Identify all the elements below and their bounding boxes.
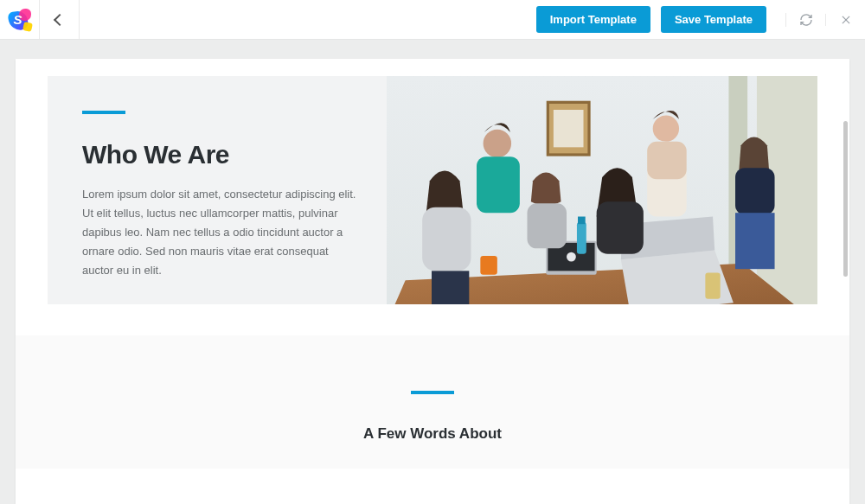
svg-point-25 xyxy=(652,116,678,142)
close-icon xyxy=(840,14,852,26)
import-template-button[interactable]: Import Template xyxy=(536,6,650,33)
refresh-button[interactable] xyxy=(785,13,825,27)
team-photo xyxy=(387,76,817,304)
few-words-title: A Few Words About xyxy=(16,425,849,443)
svg-rect-19 xyxy=(422,207,471,271)
accent-bar xyxy=(411,391,454,394)
who-we-are-title: Who We Are xyxy=(82,140,359,169)
svg-rect-17 xyxy=(477,156,520,213)
accent-bar xyxy=(82,111,125,114)
top-toolbar: S Import Template Save Template xyxy=(0,0,865,40)
svg-rect-27 xyxy=(647,142,687,179)
editor-canvas[interactable]: Who We Are Lorem ipsum dolor sit amet, c… xyxy=(16,59,849,504)
scrollbar-thumb[interactable] xyxy=(843,121,848,277)
save-template-button[interactable]: Save Template xyxy=(661,6,766,33)
logo-icon: S xyxy=(9,9,31,31)
back-button[interactable] xyxy=(40,0,80,39)
svg-point-16 xyxy=(483,130,511,158)
who-we-are-text: Who We Are Lorem ipsum dolor sit amet, c… xyxy=(48,76,387,304)
svg-rect-20 xyxy=(432,271,469,304)
chevron-left-icon xyxy=(53,13,65,25)
svg-rect-15 xyxy=(480,256,497,275)
close-button[interactable] xyxy=(825,14,865,26)
app-logo[interactable]: S xyxy=(0,0,40,39)
svg-rect-24 xyxy=(596,201,643,254)
svg-rect-31 xyxy=(705,273,720,299)
who-we-are-body: Lorem ipsum dolor sit amet, consectetur … xyxy=(82,185,359,280)
editor-canvas-wrap: Who We Are Lorem ipsum dolor sit amet, c… xyxy=(0,40,865,504)
svg-rect-29 xyxy=(735,168,775,214)
who-we-are-image[interactable] xyxy=(387,76,817,304)
svg-point-12 xyxy=(567,252,576,262)
svg-rect-22 xyxy=(527,203,567,248)
toolbar-actions: Import Template Save Template xyxy=(536,0,865,39)
svg-rect-14 xyxy=(578,217,586,225)
svg-rect-13 xyxy=(577,222,586,254)
svg-rect-30 xyxy=(735,213,775,269)
who-we-are-section[interactable]: Who We Are Lorem ipsum dolor sit amet, c… xyxy=(48,76,817,304)
few-words-section[interactable]: A Few Words About xyxy=(16,335,849,469)
refresh-icon xyxy=(799,13,813,27)
svg-rect-6 xyxy=(553,110,583,147)
